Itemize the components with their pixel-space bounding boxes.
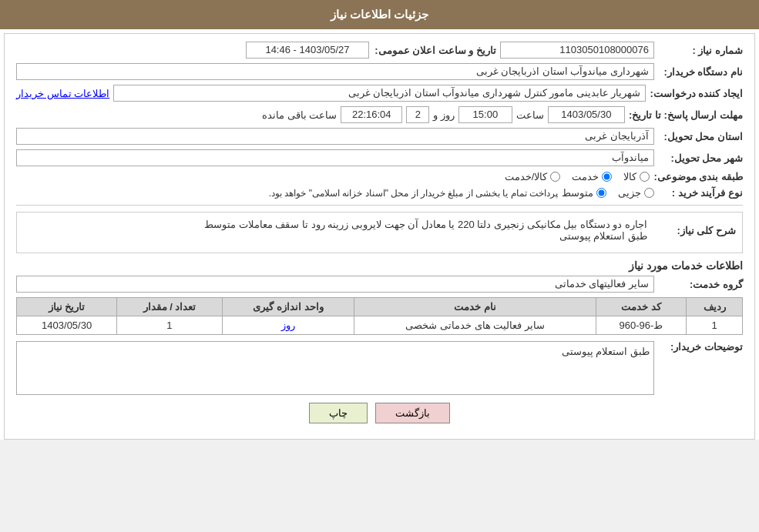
row-sharh: شرح کلی نیاز: اجاره دو دستگاه بیل مکانیک…	[23, 219, 736, 242]
cell-tedad: 1	[117, 316, 222, 335]
mohlat-roz: 2	[406, 106, 429, 123]
shahr-value: میاندوآب	[16, 149, 654, 166]
sharh-section: شرح کلی نیاز: اجاره دو دستگاه بیل مکانیک…	[16, 212, 743, 253]
sharh-content: اجاره دو دستگاه بیل مکانیکی زنجیری دلتا …	[23, 219, 647, 242]
mohlat-time2: 22:16:04	[341, 106, 402, 123]
tabaqe-label: طبقه بندی موضوعی:	[653, 171, 743, 182]
row-noe-farayand: نوع فرآیند خرید : جزیی متوسط پرداخت تمام…	[16, 187, 743, 199]
buttons-row: بازگشت چاپ	[16, 403, 743, 431]
cell-tarikh: 1403/05/30	[17, 316, 117, 335]
cell-vahed: روز	[222, 316, 354, 335]
namdastgah-label: نام دستگاه خریدار:	[658, 66, 743, 78]
col-nam: نام خدمت	[354, 298, 596, 316]
tawzih-label: توضیحات خریدار:	[658, 341, 743, 353]
row-shenare-tarikh: شماره نیاز : 1103050108000076 تاریخ و سا…	[16, 42, 743, 59]
noe-radio-jazii[interactable]: جزیی	[618, 187, 654, 199]
ijevad-value: شهریار عابدینی مامور کنترل شهرداری میاند…	[113, 85, 646, 102]
row-ijevad: ایجاد کننده درخواست: شهریار عابدینی مامو…	[16, 85, 743, 102]
ettela-link[interactable]: اطلاعات تماس خریدار	[16, 88, 109, 99]
tabaqe-radio-kala[interactable]: کالا	[623, 171, 650, 182]
row-ostan: استان محل تحویل: آذربایجان غربی	[16, 128, 743, 145]
cell-radif: 1	[687, 316, 743, 335]
noe-farayand-radio-group: جزیی متوسط	[562, 187, 654, 199]
row-tabaqe: طبقه بندی موضوعی: کالا خدمت کالا/خدمت	[16, 171, 743, 182]
ostan-value: آذربایجان غربی	[16, 128, 654, 145]
grohe-khedmat-label: گروه خدمت:	[658, 279, 743, 290]
sharh-line2: طبق استعلام پیوستی	[23, 230, 647, 242]
row-grohe-khedmat: گروه خدمت: سایر فعالیتهای خدماتی	[16, 276, 743, 293]
tarikh-value: 1403/05/27 - 14:46	[246, 42, 369, 59]
grohe-khedmat-value: سایر فعالیتهای خدماتی	[16, 276, 654, 293]
saat-label: ساعت	[516, 109, 544, 121]
tawzih-value: طبق استعلام پیوستی	[16, 341, 654, 395]
row-tawzih: توضیحات خریدار: طبق استعلام پیوستی	[16, 341, 743, 395]
row-namdastgah: نام دستگاه خریدار: شهرداری میاندوآب استا…	[16, 63, 743, 80]
row-shahr: شهر محل تحویل: میاندوآب	[16, 149, 743, 166]
tabaqe-radio-khedmat[interactable]: خدمت	[572, 171, 612, 182]
ijevad-label: ایجاد کننده درخواست:	[650, 88, 743, 99]
shenare-niaz-value: 1103050108000076	[500, 42, 654, 59]
tabaqe-radio-group: کالا خدمت کالا/خدمت	[505, 171, 650, 182]
mohlat-saat: 15:00	[458, 106, 512, 123]
col-tarikh: تاریخ نیاز	[17, 298, 117, 316]
col-tedad: تعداد / مقدار	[117, 298, 222, 316]
col-radif: ردیف	[687, 298, 743, 316]
roz-label: روز و	[433, 109, 455, 121]
cell-kod: ط-96-960	[596, 316, 686, 335]
tabaqe-radio-kala-khedmat[interactable]: کالا/خدمت	[505, 171, 561, 182]
back-button[interactable]: بازگشت	[375, 403, 450, 423]
sharh-label: شرح کلی نیاز:	[651, 225, 736, 236]
row-mohlat: مهلت ارسال پاسخ: تا تاریخ: 1403/05/30 سا…	[16, 106, 743, 123]
section-khadamat-title: اطلاعات خدمات مورد نیاز	[16, 259, 743, 272]
shenare-niaz-label: شماره نیاز :	[658, 45, 743, 56]
divider-1	[16, 205, 743, 206]
table-row: 1 ط-96-960 سایر فعالیت های خدماتی شخصی ر…	[17, 316, 743, 335]
cell-nam: سایر فعالیت های خدماتی شخصی	[354, 316, 596, 335]
noe-farayand-label: نوع فرآیند خرید :	[658, 187, 743, 199]
mohlat-mande-label: ساعت باقی مانده	[262, 109, 337, 121]
noe-farayand-note: پرداخت تمام یا بخشی از مبلغ خریدار از مح…	[269, 188, 558, 199]
col-kod: کد خدمت	[596, 298, 686, 316]
shahr-label: شهر محل تحویل:	[658, 152, 743, 164]
mohlat-label: مهلت ارسال پاسخ: تا تاریخ:	[629, 109, 743, 121]
mohlat-date: 1403/05/30	[548, 106, 625, 123]
print-button[interactable]: چاپ	[309, 403, 368, 423]
col-vahed: واحد اندازه گیری	[222, 298, 354, 316]
sharh-line1: اجاره دو دستگاه بیل مکانیکی زنجیری دلتا …	[23, 219, 647, 230]
page-header: جزئیات اطلاعات نیاز	[0, 0, 759, 29]
khadamat-table: ردیف کد خدمت نام خدمت واحد اندازه گیری ت…	[16, 297, 743, 335]
ostan-label: استان محل تحویل:	[658, 131, 743, 142]
tarikh-label: تاریخ و ساعت اعلان عمومی:	[373, 45, 496, 56]
noe-radio-motavasset[interactable]: متوسط	[562, 187, 606, 199]
namdastgah-value: شهرداری میاندوآب استان اذربایجان غربی	[16, 63, 654, 80]
